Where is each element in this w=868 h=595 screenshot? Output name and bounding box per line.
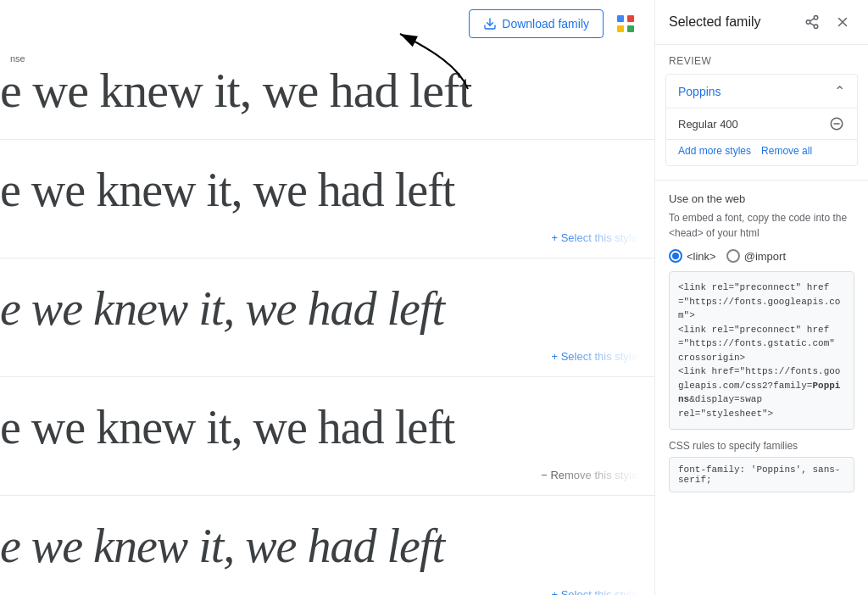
- grid-view-button[interactable]: [610, 8, 641, 39]
- font-row-0-label: nse: [10, 53, 25, 64]
- close-button[interactable]: [831, 10, 854, 34]
- font-preview-0: e we knew it, we had left: [0, 47, 654, 139]
- selected-family-title: Selected family: [669, 14, 761, 30]
- use-on-web-title: Use on the web: [669, 184, 854, 210]
- select-style-btn-4[interactable]: + Select this style: [544, 585, 644, 595]
- share-icon: [804, 14, 820, 30]
- select-style-btn-2[interactable]: + Select this style: [544, 347, 644, 366]
- remove-style-btn-3[interactable]: − Remove this style: [534, 465, 644, 485]
- left-panel: Download family nse e w: [0, 0, 654, 595]
- review-section-label: Review: [655, 45, 868, 74]
- share-button[interactable]: [800, 10, 824, 34]
- import-radio-circle: [726, 249, 740, 263]
- web-embed-desc: To embed a font, copy the code into the …: [669, 210, 854, 241]
- font-row-0: nse e we knew it, we had left: [0, 47, 654, 140]
- remove-style-label-3: − Remove this style: [541, 469, 637, 481]
- remove-font-button[interactable]: [828, 115, 845, 132]
- css-code-box[interactable]: font-family: 'Poppins', sans-serif;: [669, 457, 854, 492]
- font-family-section: Poppins ⌃ Regular 400 Add more styles Re…: [665, 74, 858, 166]
- font-row-2: e we knew it, we had left + Select this …: [0, 259, 654, 377]
- font-style-row: Regular 400: [666, 108, 857, 139]
- font-style-label: Regular 400: [678, 118, 738, 131]
- font-row-1: e we knew it, we had left + Select this …: [0, 140, 654, 259]
- link-radio-option[interactable]: <link>: [669, 249, 716, 263]
- import-radio-option[interactable]: @import: [726, 249, 786, 263]
- minus-circle-icon: [829, 116, 844, 131]
- import-radio-label: @import: [744, 250, 786, 263]
- link-radio-label: <link>: [687, 250, 716, 263]
- top-bar: Download family: [0, 0, 654, 47]
- close-icon: [835, 14, 850, 30]
- font-rows: nse e we knew it, we had left e we knew …: [0, 47, 654, 595]
- select-style-label-1: + Select this style: [551, 231, 637, 244]
- add-more-styles-link[interactable]: Add more styles: [678, 145, 751, 157]
- download-family-button[interactable]: Download family: [469, 9, 604, 38]
- header-icons: [800, 10, 854, 34]
- select-style-label-4: + Select this style: [551, 588, 637, 595]
- font-preview-4: e we knew it, we had left: [0, 496, 654, 595]
- svg-rect-2: [627, 15, 634, 22]
- svg-line-9: [810, 23, 814, 25]
- download-icon: [483, 17, 497, 31]
- css-rules-label: CSS rules to specify families: [669, 440, 854, 452]
- select-style-btn-1[interactable]: + Select this style: [544, 228, 644, 247]
- font-row-4: e we knew it, we had left + Select this …: [0, 496, 654, 595]
- font-style-actions: Add more styles Remove all: [666, 139, 857, 165]
- embed-code-box[interactable]: <link rel="preconnect" href="https://fon…: [669, 271, 854, 430]
- font-row-3: e we knew it, we had left − Remove this …: [0, 377, 654, 496]
- font-family-name: Poppins: [678, 85, 721, 98]
- right-panel-header: Selected family: [655, 0, 868, 45]
- remove-all-link[interactable]: Remove all: [761, 145, 812, 157]
- grid-icon: [616, 14, 635, 33]
- right-panel: Selected family Review Poppins ⌃ Regular…: [654, 0, 868, 595]
- select-style-label-2: + Select this style: [551, 350, 637, 363]
- svg-rect-3: [617, 25, 624, 32]
- svg-rect-4: [627, 25, 634, 32]
- section-divider: [655, 180, 868, 181]
- download-btn-label: Download family: [502, 17, 589, 31]
- chevron-up-icon: ⌃: [834, 83, 845, 99]
- svg-rect-1: [617, 15, 624, 22]
- link-radio-circle: [669, 249, 682, 263]
- font-family-header[interactable]: Poppins ⌃: [666, 75, 857, 108]
- web-embed-section: Use on the web To embed a font, copy the…: [655, 184, 868, 503]
- svg-line-10: [810, 19, 814, 21]
- embed-type-row: <link> @import: [669, 249, 854, 263]
